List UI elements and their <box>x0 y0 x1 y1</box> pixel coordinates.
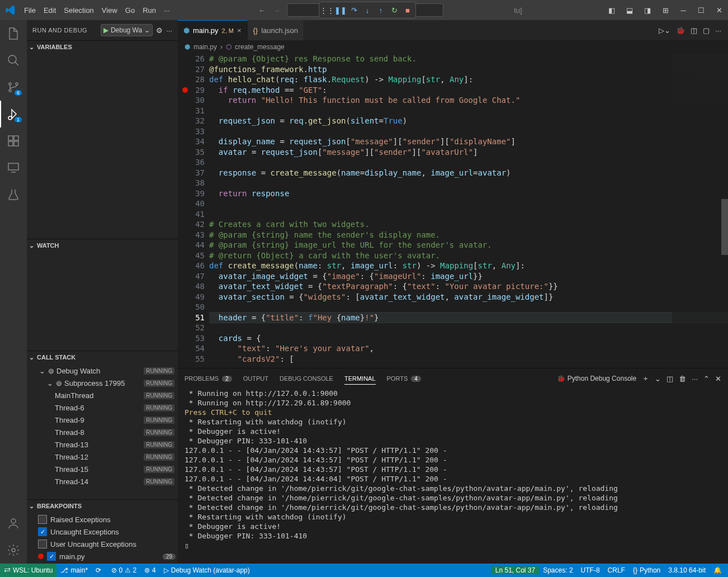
chevron-down-icon[interactable]: ⌄ <box>655 375 661 383</box>
more-icon[interactable]: ··· <box>692 375 698 383</box>
statusbar-item[interactable]: CRLF <box>604 566 629 574</box>
chevron-up-icon[interactable]: ⌃ <box>703 375 710 383</box>
breakpoint-toggle[interactable]: Raised Exceptions <box>27 513 178 526</box>
line-number[interactable]: 52 <box>178 323 205 333</box>
terminal-select[interactable]: 🐞Python Debug Console <box>557 375 636 382</box>
variables-section-header[interactable]: ⌄VARIABLES <box>27 41 178 53</box>
search-icon[interactable] <box>0 47 27 74</box>
debug-alt-icon[interactable]: 🐞 <box>676 26 685 35</box>
code-line[interactable]: # @param {Object} res Response to send b… <box>209 54 728 64</box>
code-line[interactable]: @functions_framework.http <box>209 64 728 75</box>
line-number[interactable]: 53 <box>178 333 205 344</box>
line-number[interactable]: 37 <box>178 168 205 178</box>
window-close-icon[interactable]: ✕ <box>710 6 728 15</box>
code-line[interactable]: # Creates a card with two widgets. <box>209 219 728 230</box>
code-line[interactable] <box>209 178 728 188</box>
code-line[interactable] <box>209 106 728 116</box>
code-line[interactable]: cards = { <box>209 333 728 344</box>
plus-icon[interactable]: ＋ <box>642 373 649 384</box>
statusbar-item[interactable]: 3.8.10 64-bit <box>664 566 710 574</box>
callstack-row[interactable]: Thread-8RUNNING <box>27 426 178 438</box>
line-number[interactable]: 40 <box>178 198 205 209</box>
vertical-scrollbar[interactable] <box>720 54 728 368</box>
step-out-icon[interactable]: ↑ <box>374 3 387 17</box>
line-number[interactable]: 30 <box>178 95 205 106</box>
code-line[interactable]: return response <box>209 188 728 199</box>
breakpoint-toggle[interactable]: User Uncaught Exceptions <box>27 538 178 550</box>
breakpoint-dot-icon[interactable] <box>182 87 188 93</box>
split-editor-icon[interactable]: ◫ <box>691 26 697 35</box>
line-number[interactable]: 49 <box>178 292 205 302</box>
callstack-row[interactable]: ⌄⊚Debug WatchRUNNING <box>27 365 178 377</box>
line-number[interactable]: 41 <box>178 209 205 220</box>
code-line[interactable] <box>209 198 728 209</box>
callstack-row[interactable]: Thread-6RUNNING <box>27 401 178 414</box>
line-number[interactable]: 28 <box>178 74 205 85</box>
menu-view[interactable]: View <box>98 6 121 15</box>
checkbox[interactable]: ✓ <box>38 527 47 536</box>
code-line[interactable]: avatar_section = {"widgets": [avatar_tex… <box>209 292 728 302</box>
code-line[interactable]: request_json = req.get_json(silent=True) <box>209 116 728 126</box>
editor-tab[interactable]: ⬢main.py2, M× <box>178 20 248 40</box>
line-number[interactable]: 35 <box>178 147 205 158</box>
layout-icon[interactable]: ▢ <box>703 26 710 35</box>
statusbar-item[interactable]: ⊚4 <box>140 564 160 577</box>
menu-overflow-icon[interactable]: ··· <box>160 6 174 15</box>
code-line[interactable]: "cardsV2": [ <box>209 354 728 365</box>
line-number[interactable]: 45 <box>178 250 205 261</box>
panel-tab-problems[interactable]: PROBLEMS2 <box>185 373 232 384</box>
explorer-icon[interactable] <box>0 20 27 47</box>
callstack-row[interactable]: Thread-12RUNNING <box>27 451 178 463</box>
breakpoint-file-row[interactable]: ✓main.py29 <box>27 550 178 562</box>
panel-tab-ports[interactable]: PORTS4 <box>387 373 421 384</box>
code-editor[interactable]: 2627282930313233343536373839404142434445… <box>178 54 728 368</box>
code-line[interactable]: def hello_chat(req: flask.Request) -> Ma… <box>209 74 728 85</box>
code-line[interactable]: if req.method == "GET": <box>209 85 728 96</box>
menu-go[interactable]: Go <box>121 6 139 15</box>
code-line[interactable] <box>209 157 728 168</box>
nav-back-icon[interactable]: ← <box>254 3 269 17</box>
line-number[interactable]: 55 <box>178 354 205 365</box>
code-line[interactable] <box>209 209 728 220</box>
line-number[interactable]: 48 <box>178 281 205 292</box>
checkbox[interactable] <box>38 540 47 548</box>
code-line[interactable]: display_name = request_json["message"]["… <box>209 136 728 147</box>
breakpoints-section-header[interactable]: ⌄BREAKPOINTS <box>27 500 178 512</box>
statusbar-item[interactable]: ⟳ <box>92 564 107 577</box>
line-number[interactable]: 54 <box>178 343 205 354</box>
code-line[interactable]: avatar_image_widget = {"image": {"imageU… <box>209 271 728 282</box>
line-number[interactable]: 44 <box>178 240 205 250</box>
code-line[interactable]: def create_message(name: str, image_url:… <box>209 261 728 271</box>
callstack-row[interactable]: ⌄⊚Subprocess 17995RUNNING <box>27 377 178 389</box>
nav-forward-icon[interactable]: → <box>269 3 283 17</box>
line-number[interactable]: 34 <box>178 136 205 147</box>
code-line[interactable]: # @param {string} name the sender's disp… <box>209 230 728 240</box>
breakpoint-toggle[interactable]: ✓Uncaught Exceptions <box>27 526 178 538</box>
statusbar-item[interactable]: ▷Debug Watch (avatar-app) <box>160 564 254 577</box>
code-line[interactable] <box>209 126 728 137</box>
minimap[interactable] <box>672 54 728 368</box>
terminal-output[interactable]: * Running on http://127.0.0.1:9000 * Run… <box>178 389 728 564</box>
code-line[interactable]: "text": "Here's your avatar", <box>209 343 728 354</box>
layout-panel-icon[interactable]: ⬓ <box>621 6 639 15</box>
checkbox[interactable] <box>38 515 47 524</box>
drag-handle-icon[interactable]: ⋮⋮ <box>320 3 334 17</box>
editor-tab[interactable]: {}launch.json <box>248 20 304 40</box>
remote-explorer-icon[interactable] <box>0 154 27 181</box>
breadcrumb[interactable]: ⬢main.py›⬡create_message <box>178 40 728 54</box>
step-over-icon[interactable]: ↷ <box>347 3 361 17</box>
line-number[interactable]: 47 <box>178 271 205 282</box>
code-line[interactable]: avatar_text_widget = {"textParagraph": {… <box>209 281 728 292</box>
code-line[interactable] <box>209 323 728 333</box>
callstack-row[interactable]: Thread-14RUNNING <box>27 475 178 488</box>
testing-icon[interactable] <box>0 181 27 208</box>
callstack-row[interactable]: Thread-9RUNNING <box>27 414 178 426</box>
statusbar-item[interactable]: ⊘ 0 ⚠ 2 <box>107 564 140 577</box>
run-debug-icon[interactable]: 1 <box>0 101 27 127</box>
panel-tab-debug-console[interactable]: DEBUG CONSOLE <box>280 373 333 384</box>
line-number[interactable]: 39 <box>178 188 205 199</box>
watch-section-header[interactable]: ⌄WATCH <box>27 239 178 252</box>
extensions-icon[interactable] <box>0 127 27 154</box>
line-number[interactable]: 46 <box>178 261 205 271</box>
callstack-row[interactable]: MainThreadRUNNING <box>27 389 178 401</box>
